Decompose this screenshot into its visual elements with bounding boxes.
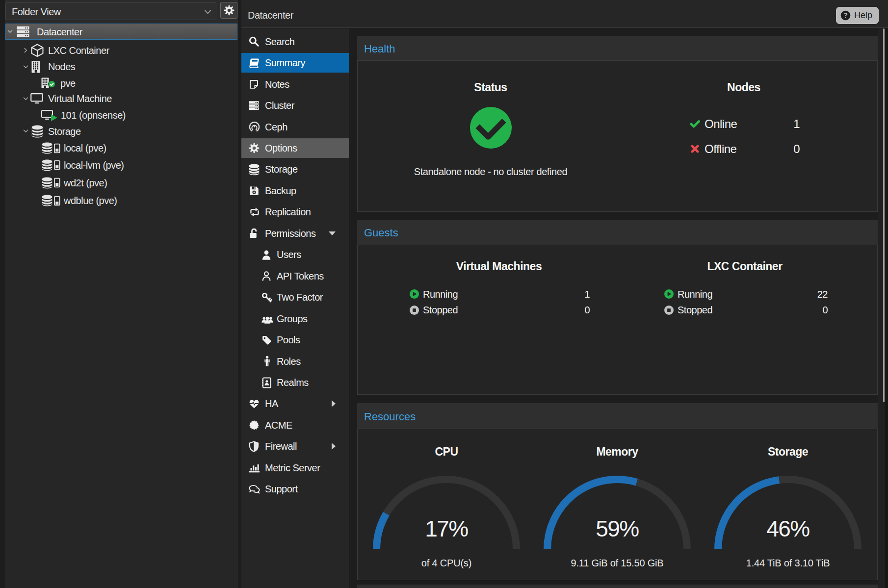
svg-text:?: ? bbox=[843, 11, 847, 19]
